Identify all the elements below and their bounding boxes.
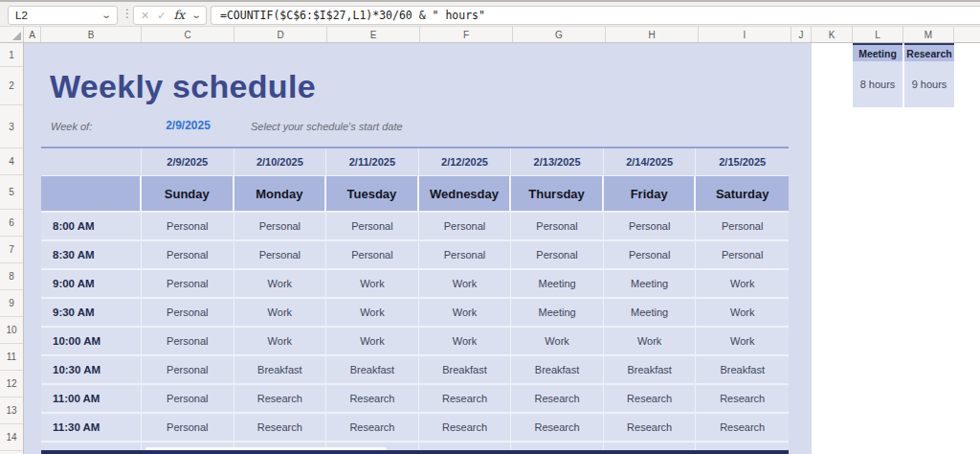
- schedule-cell[interactable]: Personal: [326, 213, 419, 239]
- schedule-cell[interactable]: Personal: [696, 241, 789, 268]
- column-header-L[interactable]: L: [853, 27, 903, 42]
- schedule-cell[interactable]: Personal: [511, 241, 604, 268]
- schedule-cell[interactable]: Research: [326, 385, 419, 412]
- schedule-cell[interactable]: Work: [234, 299, 327, 326]
- schedule-cell[interactable]: Work: [696, 328, 789, 354]
- chevron-down-icon[interactable]: ⌄: [100, 11, 112, 20]
- day-cell[interactable]: Wednesday: [419, 176, 512, 211]
- schedule-cell[interactable]: Breakfast: [234, 356, 327, 383]
- schedule-cell[interactable]: Personal: [142, 213, 234, 239]
- column-header-F[interactable]: F: [420, 27, 513, 42]
- row-header-13[interactable]: 13: [0, 397, 23, 424]
- time-cell[interactable]: 8:00 AM: [41, 213, 142, 239]
- select-all-corner[interactable]: [0, 27, 24, 42]
- schedule-cell[interactable]: Work: [604, 328, 697, 354]
- schedule-cell[interactable]: Personal: [326, 241, 419, 268]
- schedule-cell[interactable]: Work: [326, 270, 419, 297]
- schedule-cell[interactable]: Meeting: [604, 299, 697, 326]
- schedule-cell[interactable]: Personal: [234, 241, 327, 268]
- summary-value-cell[interactable]: 8 hours: [853, 61, 902, 107]
- column-header-D[interactable]: D: [234, 27, 327, 42]
- name-box[interactable]: L2 ⌄: [8, 6, 118, 25]
- schedule-cell[interactable]: Meeting: [511, 270, 604, 297]
- time-cell[interactable]: 10:00 AM: [41, 328, 142, 354]
- column-header-A[interactable]: A: [24, 27, 41, 42]
- schedule-cell[interactable]: Personal: [604, 213, 697, 239]
- schedule-cell[interactable]: Work: [511, 328, 604, 354]
- schedule-cell[interactable]: Research: [604, 414, 697, 441]
- schedule-cell[interactable]: Breakfast: [326, 356, 419, 383]
- schedule-cell[interactable]: Personal: [696, 213, 789, 239]
- schedule-cell[interactable]: Breakfast: [419, 356, 512, 383]
- schedule-cell[interactable]: Personal: [142, 241, 234, 268]
- formula-input[interactable]: =COUNTIF($C$6:$I$27,L1)*30/60 & " hours": [211, 6, 980, 25]
- row-header-3[interactable]: 3: [0, 105, 23, 148]
- schedule-cell[interactable]: Research: [511, 414, 604, 441]
- schedule-cell[interactable]: Work: [419, 299, 512, 326]
- cancel-icon[interactable]: ✕: [141, 11, 149, 21]
- date-cell[interactable]: 2/12/2025: [419, 148, 512, 175]
- row-header-5[interactable]: 5: [0, 175, 23, 210]
- schedule-cell[interactable]: Personal: [511, 213, 604, 239]
- schedule-cell[interactable]: Work: [419, 270, 512, 297]
- insert-function-icon[interactable]: fx: [173, 10, 185, 22]
- schedule-cell[interactable]: Work: [234, 328, 327, 354]
- column-header-M[interactable]: M: [903, 27, 954, 42]
- row-header-8[interactable]: 8: [0, 263, 23, 290]
- row-header-1[interactable]: 1: [0, 43, 23, 67]
- schedule-cell[interactable]: Research: [696, 385, 789, 412]
- column-header-J[interactable]: J: [791, 27, 812, 42]
- day-cell[interactable]: Friday: [604, 176, 697, 211]
- schedule-cell[interactable]: Research: [511, 385, 604, 412]
- schedule-cell[interactable]: Personal: [419, 213, 512, 239]
- schedule-cell[interactable]: Personal: [142, 356, 234, 383]
- schedule-cell[interactable]: Work: [419, 328, 512, 354]
- day-cell[interactable]: Monday: [234, 176, 327, 211]
- time-cell[interactable]: 10:30 AM: [41, 356, 142, 383]
- day-cell[interactable]: Thursday: [511, 176, 604, 211]
- time-cell[interactable]: 9:00 AM: [41, 270, 142, 297]
- week-of-value[interactable]: 2/9/2025: [142, 119, 234, 132]
- row-header-10[interactable]: 10: [0, 317, 23, 344]
- schedule-cell[interactable]: Personal: [142, 385, 234, 412]
- row-header-4[interactable]: 4: [0, 148, 23, 175]
- schedule-cell[interactable]: Research: [419, 414, 512, 441]
- date-cell[interactable]: 2/10/2025: [234, 148, 327, 175]
- column-header-I[interactable]: I: [699, 27, 791, 42]
- row-header-12[interactable]: 12: [0, 371, 23, 397]
- column-header-B[interactable]: B: [41, 27, 142, 42]
- row-header-14[interactable]: 14: [0, 424, 23, 451]
- schedule-cell[interactable]: Personal: [142, 414, 234, 441]
- row-header-11[interactable]: 11: [0, 344, 23, 371]
- date-cell[interactable]: 2/15/2025: [696, 148, 789, 175]
- row-header-9[interactable]: 9: [0, 290, 23, 317]
- schedule-cell[interactable]: Work: [326, 299, 419, 326]
- summary-header-cell[interactable]: Meeting: [853, 43, 902, 61]
- time-column-spacer[interactable]: [41, 148, 142, 175]
- schedule-cell[interactable]: Work: [326, 328, 419, 354]
- day-cell[interactable]: Saturday: [696, 176, 789, 211]
- schedule-cell[interactable]: Personal: [419, 241, 512, 268]
- schedule-cell[interactable]: Personal: [142, 270, 234, 297]
- date-cell[interactable]: 2/13/2025: [511, 148, 604, 175]
- time-column-spacer[interactable]: [41, 176, 142, 211]
- schedule-cell[interactable]: Research: [234, 414, 327, 441]
- schedule-cell[interactable]: Research: [696, 414, 789, 441]
- schedule-cell[interactable]: Breakfast: [511, 356, 604, 383]
- schedule-cell[interactable]: Work: [696, 299, 789, 326]
- column-header-H[interactable]: H: [606, 27, 699, 42]
- enter-icon[interactable]: ✓: [157, 11, 166, 21]
- schedule-cell[interactable]: Research: [326, 414, 419, 441]
- schedule-cell[interactable]: Breakfast: [696, 356, 789, 383]
- date-cell[interactable]: 2/14/2025: [604, 148, 697, 175]
- schedule-cell[interactable]: Research: [604, 385, 697, 412]
- column-header-K[interactable]: K: [812, 27, 853, 42]
- schedule-cell[interactable]: Meeting: [511, 299, 604, 326]
- day-cell[interactable]: Sunday: [142, 176, 234, 211]
- chevron-down-icon[interactable]: ⌄: [190, 11, 202, 20]
- schedule-cell[interactable]: Personal: [604, 241, 697, 268]
- time-cell[interactable]: 8:30 AM: [41, 241, 142, 268]
- row-header-7[interactable]: 7: [0, 237, 23, 263]
- row-header-2[interactable]: 2: [0, 67, 23, 105]
- column-header-C[interactable]: C: [142, 27, 234, 42]
